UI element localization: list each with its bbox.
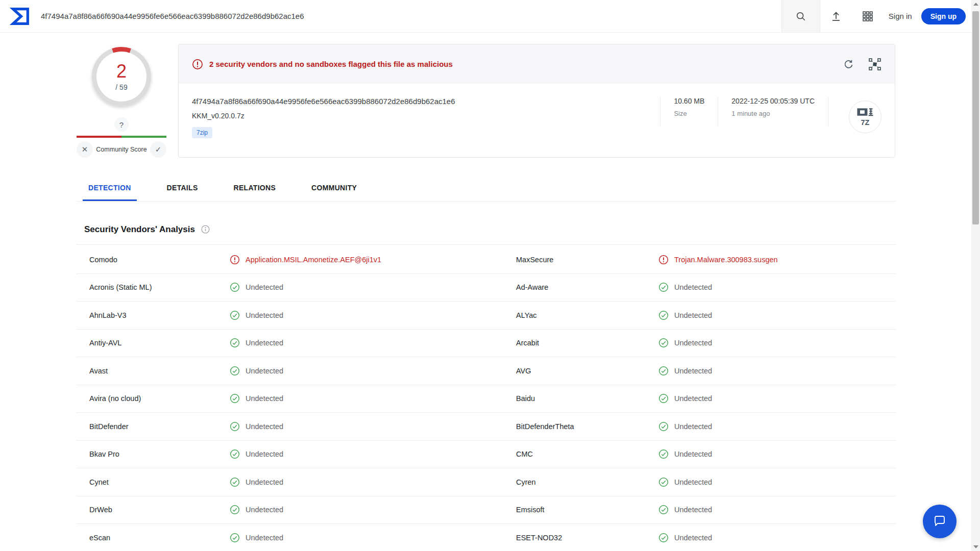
table-row: AhnLab-V3UndetectedALYacUndetected <box>77 302 896 330</box>
search-input[interactable] <box>41 12 781 20</box>
file-tag-7zip[interactable]: 7zip <box>192 127 212 138</box>
tab-community[interactable]: COMMUNITY <box>306 184 362 201</box>
check-circle-icon <box>658 366 669 376</box>
vendor-name: AhnLab-V3 <box>77 311 230 319</box>
alert-icon <box>658 255 669 265</box>
file-name: KKM_v0.20.0.7z <box>192 112 660 120</box>
undetected-result: Undetected <box>230 421 503 432</box>
undetected-result: Undetected <box>230 338 503 348</box>
community-score-bar <box>77 136 166 138</box>
check-circle-icon <box>230 310 240 320</box>
score-help[interactable]: ? <box>114 117 129 132</box>
malicious-warning-banner: 2 security vendors and no sandboxes flag… <box>179 44 895 84</box>
vendor-name: Ad-Aware <box>503 283 658 291</box>
chat-widget-button[interactable] <box>923 505 957 538</box>
apps-menu-button[interactable] <box>852 0 884 32</box>
scrollbar-thumb[interactable] <box>972 11 979 224</box>
upload-icon <box>830 10 842 22</box>
table-row: Bkav ProUndetectedCMCUndetected <box>77 441 896 469</box>
7z-file-icon: 7Z <box>855 107 875 127</box>
scroll-down-arrow[interactable] <box>971 543 980 551</box>
analysis-date-relative: 1 minute ago <box>731 110 815 117</box>
scrollbar[interactable] <box>971 0 980 551</box>
file-hash[interactable]: 4f7494a7a8f86a66f690a44e9956fe6e566eac63… <box>192 97 660 106</box>
vendor-table: ComodoApplication.MSIL.Amonetize.AEF@6ji… <box>77 246 896 551</box>
search-button[interactable] <box>781 0 820 32</box>
check-circle-icon <box>230 421 240 432</box>
score-gauge: 2 / 59 <box>92 47 151 106</box>
upload-button[interactable] <box>820 0 852 32</box>
upvote-button[interactable]: ✓ <box>150 141 166 158</box>
vendor-name: AVG <box>503 367 658 375</box>
undetected-result: Undetected <box>658 338 896 348</box>
table-row: Avira (no cloud)UndetectedBaiduUndetecte… <box>77 385 896 413</box>
check-circle-icon <box>230 338 240 348</box>
undetected-result: Undetected <box>658 282 896 292</box>
tab-relations[interactable]: RELATIONS <box>228 184 282 201</box>
file-report-card: 2 security vendors and no sandboxes flag… <box>178 44 895 158</box>
undetected-result: Undetected <box>658 449 896 459</box>
vendor-name: CMC <box>503 450 658 458</box>
vendor-name: ALYac <box>503 311 658 319</box>
file-info-section: 4f7494a7a8f86a66f690a44e9956fe6e566eac63… <box>179 84 895 138</box>
info-icon[interactable] <box>201 225 210 236</box>
score-detections: 2 <box>116 62 127 81</box>
check-circle-icon <box>658 533 669 543</box>
file-type-badge: 7Z <box>849 101 881 133</box>
vendor-name: Cyren <box>503 478 658 486</box>
check-circle-icon <box>658 282 669 292</box>
tab-details[interactable]: DETAILS <box>161 184 204 201</box>
undetected-result: Undetected <box>658 421 896 432</box>
undetected-result: Undetected <box>230 477 503 487</box>
vendor-name: MaxSecure <box>503 256 658 264</box>
detection-score-widget: 2 / 59 ? ✕ Community Score ✓ <box>77 44 166 158</box>
check-circle-icon <box>230 477 240 487</box>
vendor-name: DrWeb <box>77 506 230 514</box>
similar-files-button[interactable] <box>868 58 881 71</box>
check-circle-icon <box>658 393 669 404</box>
scroll-up-arrow[interactable] <box>971 0 980 8</box>
header-actions: Sign in Sign up <box>781 0 980 32</box>
check-circle-icon <box>230 366 240 376</box>
sign-up-button[interactable]: Sign up <box>921 8 966 24</box>
downvote-button[interactable]: ✕ <box>77 141 93 158</box>
virustotal-logo[interactable] <box>0 6 41 27</box>
undetected-result: Undetected <box>658 310 896 320</box>
table-row: BitDefenderUndetectedBitDefenderThetaUnd… <box>77 413 896 441</box>
vendor-name: Emsisoft <box>503 506 658 514</box>
vendor-name: BitDefenderTheta <box>503 422 658 431</box>
file-size-label: Size <box>674 110 704 117</box>
undetected-result: Undetected <box>658 505 896 515</box>
vendor-name: Acronis (Static ML) <box>77 283 230 291</box>
reanalyze-icon <box>843 58 855 70</box>
undetected-result: Undetected <box>230 366 503 376</box>
undetected-result: Undetected <box>230 533 503 543</box>
apps-grid-icon <box>862 10 874 22</box>
analysis-date: 2022-12-25 00:05:39 UTC <box>731 97 815 105</box>
tab-detection[interactable]: DETECTION <box>83 184 137 201</box>
vendor-name: Baidu <box>503 394 658 403</box>
detection-result: Application.MSIL.Amonetize.AEF@6ji1v1 <box>230 255 503 265</box>
table-row: Acronis (Static ML)UndetectedAd-AwareUnd… <box>77 274 896 302</box>
check-circle-icon <box>658 505 669 515</box>
vendor-name: ESET-NOD32 <box>503 534 658 542</box>
analysis-header: Security Vendors' Analysis <box>77 224 896 245</box>
undetected-result: Undetected <box>230 449 503 459</box>
undetected-result: Undetected <box>230 282 503 292</box>
vendor-name: Bkav Pro <box>77 450 230 458</box>
report-tabs: DETECTION DETAILS RELATIONS COMMUNITY <box>77 184 896 202</box>
analysis-title: Security Vendors' Analysis <box>84 224 195 235</box>
alert-icon <box>230 255 240 265</box>
table-row: eScanUndetectedESET-NOD32Undetected <box>77 524 896 551</box>
check-circle-icon <box>230 505 240 515</box>
sign-in-link[interactable]: Sign in <box>889 12 912 20</box>
vendor-name: Avast <box>77 367 230 375</box>
check-circle-icon <box>230 533 240 543</box>
chat-bubble-icon <box>932 514 947 529</box>
reanalyze-button[interactable] <box>843 58 855 70</box>
table-row: AvastUndetectedAVGUndetected <box>77 357 896 385</box>
undetected-result: Undetected <box>230 505 503 515</box>
undetected-result: Undetected <box>658 366 896 376</box>
score-total: / 59 <box>115 83 127 91</box>
check-circle-icon <box>658 477 669 487</box>
